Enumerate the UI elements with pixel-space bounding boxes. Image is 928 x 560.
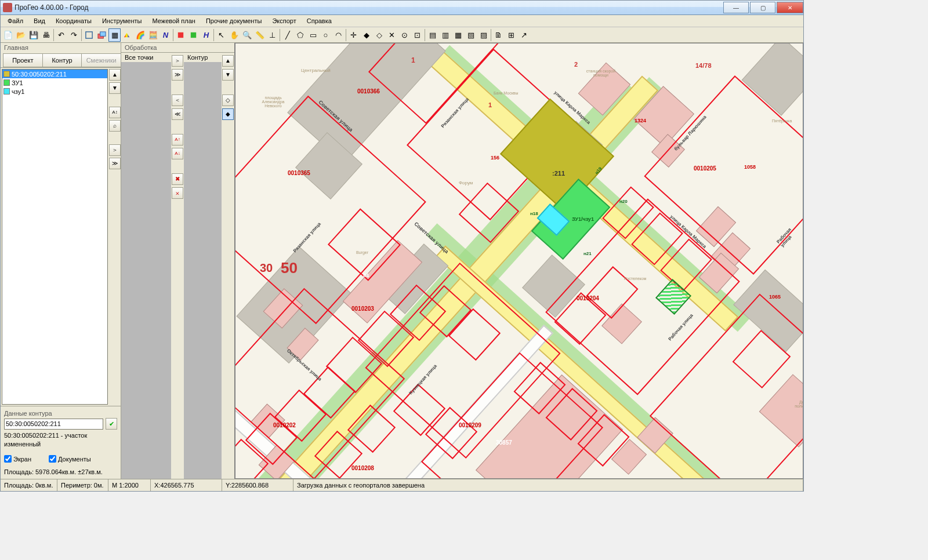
- toolbar: 📄 📂 💾 🖶 ↶ ↷ ▦ 🌈 🧮 N H ↖ ✋ 🔍 📏 ⊥ ╱ ⬠ ▭ ○ …: [1, 27, 803, 43]
- block-label: 0010202: [273, 422, 296, 428]
- tool-table5[interactable]: ▨: [477, 28, 490, 42]
- tool-rainbow[interactable]: 🌈: [134, 28, 146, 42]
- rotate-cw-button[interactable]: ◇: [222, 94, 234, 106]
- menu-export[interactable]: Экспорт: [267, 16, 300, 26]
- contour-id-input[interactable]: [4, 419, 103, 430]
- tool-pan[interactable]: ✋: [228, 28, 240, 42]
- tool-zoomin[interactable]: 🔍: [241, 28, 253, 42]
- tool-grid[interactable]: ▦: [108, 28, 121, 42]
- tool-rect[interactable]: ▭: [307, 28, 319, 42]
- sidebar: Главная Проект Контур Смежники 50:30:005…: [1, 43, 121, 479]
- screen-checkbox[interactable]: Экран: [4, 455, 31, 463]
- tool-table4[interactable]: ▧: [465, 28, 477, 42]
- sort-desc-button[interactable]: A↓: [172, 148, 183, 159]
- tool-snap3[interactable]: ◇: [373, 28, 385, 42]
- add-all-button[interactable]: ≫: [172, 69, 183, 81]
- menu-tools[interactable]: Инструменты: [97, 16, 147, 26]
- tool-print[interactable]: 🖶: [40, 28, 52, 42]
- pt-down-button[interactable]: ▼: [222, 69, 234, 81]
- find-button[interactable]: ⌕: [109, 120, 121, 132]
- tool-snap1[interactable]: ✛: [347, 28, 360, 42]
- apply-button[interactable]: ✔: [106, 418, 117, 430]
- tool-label-h[interactable]: H: [200, 28, 212, 42]
- tool-excel[interactable]: ⊞: [505, 28, 517, 42]
- processing-panel: Обработка Все точки ＞ ≫ ＜ ≪ A↑ A↓ ✖: [121, 43, 235, 479]
- tool-select[interactable]: ↖: [215, 28, 227, 42]
- tool-ortho[interactable]: ⊥: [266, 28, 278, 42]
- delete-sel-button[interactable]: ✖: [172, 173, 183, 185]
- tab-neighbors[interactable]: Смежники: [81, 53, 121, 67]
- tree-item-chzu1[interactable]: чзу1: [2, 87, 107, 96]
- tool-save[interactable]: 💾: [27, 28, 39, 42]
- tool-table2[interactable]: ▥: [439, 28, 451, 42]
- tool-poly[interactable]: ⬠: [294, 28, 306, 42]
- poi-bank: Банк Москвы: [494, 91, 518, 95]
- remove-all-button[interactable]: ≪: [172, 108, 183, 120]
- poi-burger: Burger: [356, 250, 368, 254]
- district-label: 2: [574, 61, 578, 68]
- status-y: Y:2285600.868: [222, 479, 293, 491]
- allpoints-list[interactable]: [121, 62, 171, 479]
- tool-line[interactable]: ╱: [281, 28, 293, 42]
- tool-layers[interactable]: [96, 28, 108, 42]
- tool-snap6[interactable]: ⊡: [411, 28, 423, 42]
- window-title: ПроГео 4.00.00 - Город: [14, 3, 722, 12]
- close-button[interactable]: ✕: [777, 2, 803, 13]
- maximize-button[interactable]: ▢: [750, 2, 775, 13]
- tab-contour[interactable]: Контур: [42, 53, 82, 67]
- collapse-button[interactable]: ＞: [109, 144, 121, 156]
- color-swatch-icon: [3, 71, 10, 77]
- tool-fill-red[interactable]: [175, 28, 187, 42]
- tool-report[interactable]: 🗎: [492, 28, 505, 42]
- pt-up-button[interactable]: ▲: [222, 55, 234, 67]
- tool-paint[interactable]: [121, 28, 133, 42]
- menu-file[interactable]: Файл: [3, 16, 28, 26]
- sort-az-button[interactable]: A↕: [109, 107, 121, 118]
- poi-five: Пятёрочка: [772, 119, 792, 123]
- minimize-button[interactable]: —: [723, 2, 749, 13]
- status-scale: М 1:2000: [108, 479, 151, 491]
- tool-redo[interactable]: ↷: [68, 28, 80, 42]
- delete-all-button[interactable]: ⨉: [172, 187, 183, 199]
- project-tree[interactable]: 50:30:0050202:211 ЗУ1 чзу1: [2, 69, 108, 405]
- menu-plan[interactable]: Межевой план: [148, 16, 200, 26]
- tool-measure[interactable]: 📏: [253, 28, 266, 42]
- map-canvas[interactable]: 0010366 0010365 0010205 0010204 0010203 …: [235, 43, 803, 479]
- tool-table3[interactable]: ▦: [452, 28, 464, 42]
- menu-view[interactable]: Вид: [29, 16, 50, 26]
- move-down-button[interactable]: ▼: [109, 82, 121, 94]
- docs-checkbox[interactable]: Документы: [49, 455, 91, 463]
- menu-help[interactable]: Справка: [302, 16, 336, 26]
- tool-arc[interactable]: ◠: [332, 28, 345, 42]
- expand-button[interactable]: ≫: [109, 158, 121, 169]
- tool-zoom-extent[interactable]: [83, 28, 95, 42]
- tool-undo[interactable]: ↶: [55, 28, 67, 42]
- add-point-button[interactable]: ＞: [172, 55, 183, 67]
- tool-new[interactable]: 📄: [2, 28, 14, 42]
- menu-otherdocs[interactable]: Прочие документы: [201, 16, 267, 26]
- tool-snap5[interactable]: ⊙: [398, 28, 411, 42]
- lbl-84: 84: [363, 272, 369, 278]
- tool-open[interactable]: 📂: [14, 28, 27, 42]
- tool-fill-green[interactable]: [187, 28, 200, 42]
- svg-rect-4: [191, 32, 196, 37]
- rotate-ccw-button[interactable]: ◆: [222, 108, 234, 120]
- tool-calc[interactable]: 🧮: [147, 28, 159, 42]
- contour-points-list[interactable]: [184, 62, 222, 479]
- tool-circle[interactable]: ○: [320, 28, 332, 42]
- move-up-button[interactable]: ▲: [109, 69, 121, 81]
- pt-n18: н18: [530, 211, 538, 216]
- tool-snap4[interactable]: ✕: [386, 28, 398, 42]
- tool-table1[interactable]: ▤: [426, 28, 438, 42]
- sort-asc-button[interactable]: A↑: [172, 134, 183, 146]
- tool-label-n[interactable]: N: [160, 28, 172, 42]
- block-label: 0010366: [357, 88, 380, 94]
- tree-item-main[interactable]: 50:30:0050202:211: [2, 70, 107, 78]
- menu-coords[interactable]: Координаты: [51, 16, 96, 26]
- tab-project[interactable]: Проект: [3, 53, 43, 67]
- tool-snap2[interactable]: ◆: [360, 28, 372, 42]
- tree-item-zu1[interactable]: ЗУ1: [2, 78, 107, 87]
- status-area: Площадь: 0кв.м.: [1, 479, 57, 491]
- tool-export[interactable]: ↗: [518, 28, 530, 42]
- remove-point-button[interactable]: ＜: [172, 94, 183, 106]
